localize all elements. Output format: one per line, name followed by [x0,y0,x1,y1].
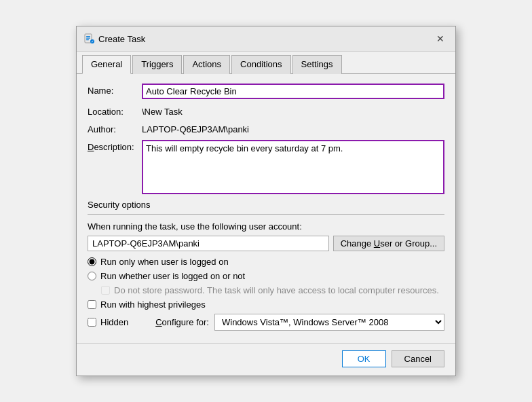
name-row: Name: [88,84,444,99]
tab-content: Name: Location: \New Task Author: LAPTOP… [77,74,455,339]
create-task-dialog: ✓ Create Task ✕ General Triggers Actions… [76,26,456,376]
tab-bar: General Triggers Actions Conditions Sett… [77,52,455,74]
svg-text:✓: ✓ [91,39,94,43]
svg-rect-3 [86,39,89,40]
description-label: Description: [88,140,142,152]
dialog-title: Create Task [98,34,145,44]
author-label: Author: [88,122,142,134]
tab-general[interactable]: General [82,55,131,74]
user-account-input[interactable] [88,236,329,251]
author-row: Author: LAPTOP-Q6EJP3AM\panki [88,122,444,134]
name-input-wrapper [142,84,444,99]
description-input[interactable]: This will empty recycle bin every saturd… [143,141,443,193]
tab-actions[interactable]: Actions [183,55,230,74]
radio-logged-on-row: Run only when user is logged on [88,257,444,267]
bottom-section: Hidden Configure for: Windows Vista™, Wi… [88,314,444,332]
security-section: Security options When running the task, … [88,200,444,310]
title-bar-left: ✓ Create Task [83,33,145,44]
change-user-button[interactable]: Change User or Group... [333,236,444,251]
location-label: Location: [88,105,142,117]
configure-select[interactable]: Windows Vista™, Windows Server™ 2008 [214,314,444,331]
radio-logged-on[interactable] [88,257,96,266]
configure-row: Configure for: Windows Vista™, Windows S… [155,314,444,331]
security-desc: When running the task, use the following… [88,221,444,232]
radio-whether-row: Run whether user is logged on or not [88,271,444,281]
tab-settings[interactable]: Settings [292,55,342,74]
description-row: Description: This will empty recycle bin… [88,140,444,194]
highest-privileges-label[interactable]: Run with highest privileges [100,299,206,310]
author-value: LAPTOP-Q6EJP3AM\panki [142,122,249,134]
radio-whether-logged-label[interactable]: Run whether user is logged on or not [100,271,245,281]
task-icon: ✓ [83,33,94,44]
radio-logged-on-label[interactable]: Run only when user is logged on [100,257,229,267]
user-account-row: Change User or Group... [88,236,444,251]
no-password-label: Do not store password. The task will onl… [114,285,439,295]
svg-rect-2 [86,38,90,39]
hidden-label[interactable]: Hidden [100,317,128,327]
close-button[interactable]: ✕ [432,32,449,45]
highest-privileges-row: Run with highest privileges [88,299,444,310]
description-input-wrapper: This will empty recycle bin every saturd… [142,140,444,194]
title-bar: ✓ Create Task ✕ [77,26,455,52]
tab-triggers[interactable]: Triggers [132,55,182,74]
security-header: Security options [88,200,444,210]
location-value: \New Task [142,105,183,117]
svg-rect-1 [86,36,90,37]
location-row: Location: \New Task [88,105,444,117]
radio-whether-logged[interactable] [88,272,96,280]
configure-label: Configure for: [155,317,209,327]
highest-privileges-checkbox[interactable] [88,300,96,309]
hidden-checkbox[interactable] [88,318,96,327]
ok-button[interactable]: OK [342,350,386,367]
hidden-row: Hidden [88,317,128,327]
dialog-footer: OK Cancel [77,343,455,376]
no-password-row: Do not store password. The task will onl… [101,285,444,295]
cancel-button[interactable]: Cancel [392,350,444,367]
tab-conditions[interactable]: Conditions [231,55,290,74]
section-divider [88,214,444,215]
no-password-checkbox[interactable] [101,286,110,295]
name-label: Name: [88,84,142,96]
name-input[interactable] [146,86,440,96]
